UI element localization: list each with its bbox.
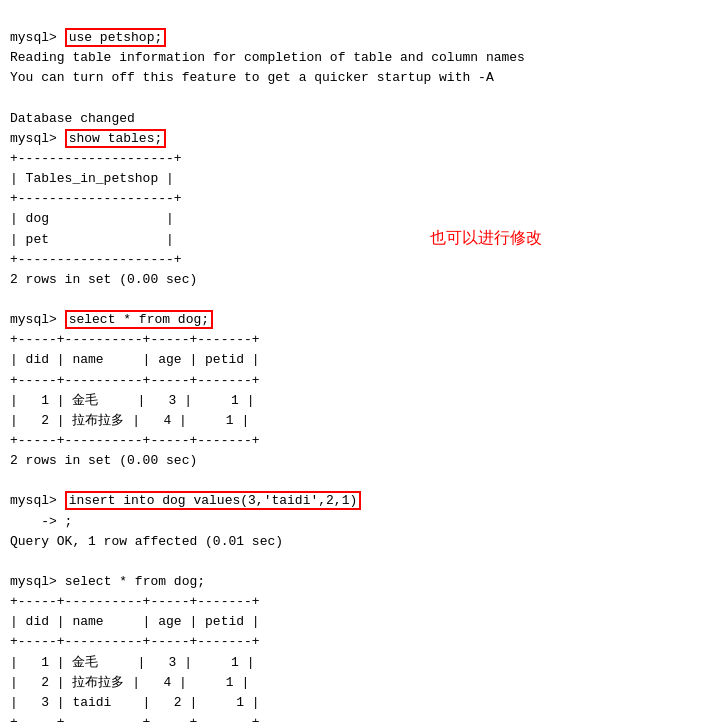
prompt: mysql>: [10, 574, 57, 589]
terminal-line: +-----+----------+-----+-------+: [10, 431, 707, 451]
terminal-line: 2 rows in set (0.00 sec): [10, 451, 707, 471]
prompt: mysql>: [10, 493, 57, 508]
terminal-line: | Tables_in_petshop |: [10, 169, 707, 189]
prompt: mysql>: [10, 30, 57, 45]
terminal-line: Reading table information for completion…: [10, 48, 707, 68]
prompt: mysql>: [10, 312, 57, 327]
terminal-line: +-----+----------+-----+-------+: [10, 632, 707, 652]
terminal-line: mysql> show tables;: [10, 129, 707, 149]
terminal-output: mysql> use petshop;Reading table informa…: [10, 8, 707, 722]
terminal-line: mysql> select * from dog;: [10, 572, 707, 592]
command-box: insert into dog values(3,'taidi',2,1): [65, 491, 362, 510]
terminal-line: Database changed: [10, 109, 707, 129]
terminal-line: [10, 89, 707, 109]
terminal-line: | 2 | 拉布拉多 | 4 | 1 |: [10, 411, 707, 431]
annotation-text: 也可以进行修改: [430, 228, 542, 249]
terminal-line: You can turn off this feature to get a q…: [10, 68, 707, 88]
prompt: mysql>: [10, 131, 57, 146]
terminal-line: mysql> use petshop;: [10, 28, 707, 48]
terminal-line: [10, 290, 707, 310]
terminal-line: | 2 | 拉布拉多 | 4 | 1 |: [10, 673, 707, 693]
terminal-line: | did | name | age | petid |: [10, 612, 707, 632]
terminal-line: | dog |: [10, 209, 707, 229]
terminal-line: +-----+----------+-----+-------+: [10, 371, 707, 391]
terminal-line: +--------------------+: [10, 189, 707, 209]
terminal-line: | 1 | 金毛 | 3 | 1 |: [10, 391, 707, 411]
terminal-line: | did | name | age | petid |: [10, 350, 707, 370]
terminal-line: mysql> select * from dog;: [10, 310, 707, 330]
terminal-line: mysql> insert into dog values(3,'taidi',…: [10, 491, 707, 511]
terminal-line: | pet |: [10, 230, 707, 250]
command-box: use petshop;: [65, 28, 167, 47]
terminal-line: | 1 | 金毛 | 3 | 1 |: [10, 653, 707, 673]
terminal-line: -> ;: [10, 512, 707, 532]
command-box: select * from dog;: [65, 310, 213, 329]
terminal-line: [10, 471, 707, 491]
terminal-line: +-----+----------+-----+-------+: [10, 330, 707, 350]
terminal-line: +--------------------+: [10, 250, 707, 270]
terminal-line: 2 rows in set (0.00 sec): [10, 270, 707, 290]
command: select * from dog;: [65, 574, 205, 589]
terminal-line: | 3 | taidi | 2 | 1 |: [10, 693, 707, 713]
terminal-line: [10, 552, 707, 572]
command-box: show tables;: [65, 129, 167, 148]
terminal-line: +--------------------+: [10, 149, 707, 169]
terminal-line: Query OK, 1 row affected (0.01 sec): [10, 532, 707, 552]
terminal-line: +-----+----------+-----+-------+: [10, 592, 707, 612]
